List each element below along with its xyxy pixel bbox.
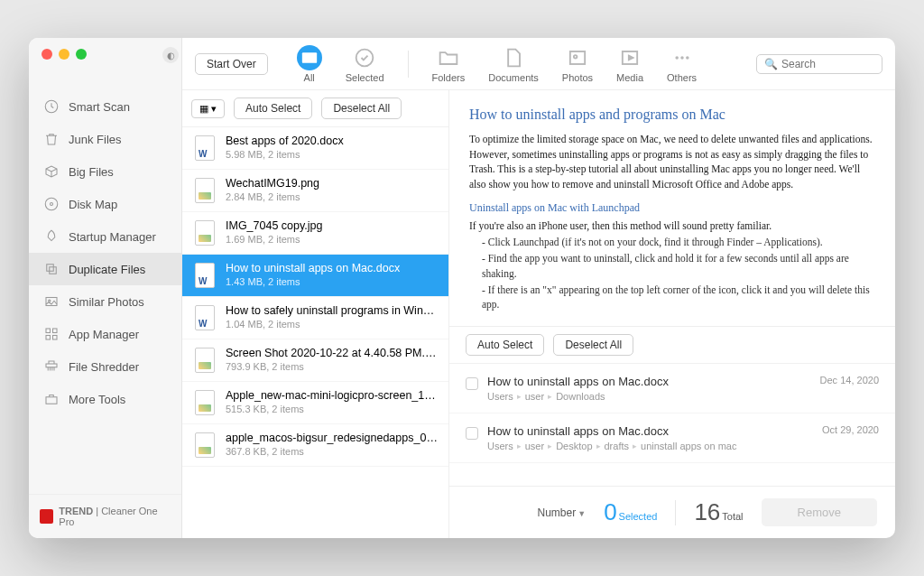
duplicate-list[interactable]: How to uninstall apps on Mac.docxUsers▸u… [449, 364, 895, 486]
sidebar-item-big-files[interactable]: Big Files [29, 155, 181, 188]
chevron-right-icon: ▸ [633, 441, 637, 451]
filter-label: Documents [488, 72, 539, 83]
file-title: Best apps of 2020.docx [226, 135, 438, 147]
brand-text: TREND | Cleaner One Pro [59, 506, 171, 527]
duplicate-title: How to uninstall apps on Mac.docx [487, 424, 813, 438]
file-subtitle: 2.84 MB, 2 items [226, 191, 438, 202]
duplicate-checkbox[interactable] [466, 427, 478, 440]
list-item[interactable]: How to safely uninstall programs in Wind… [182, 297, 448, 339]
remove-button[interactable]: Remove [762, 498, 877, 526]
filter-tabs: AllSelectedFoldersDocumentsPhotosMediaOt… [297, 45, 697, 83]
list-item[interactable]: apple_macos-bigsur_redesignedapps_0622…3… [182, 424, 448, 467]
filter-label: Media [616, 72, 643, 83]
chevron-right-icon: ▸ [596, 441, 601, 451]
preview-bullet: - If there is an "x" appearing on the to… [482, 283, 875, 311]
filter-others[interactable]: Others [667, 45, 697, 83]
file-type-icon [193, 304, 217, 331]
file-list[interactable]: Best apps of 2020.docx5.98 MB, 2 itemsWe… [182, 127, 448, 538]
sidebar-item-startup-manager[interactable]: Startup Manager [29, 220, 181, 253]
svg-rect-13 [302, 52, 317, 63]
search-icon: 🔍 [764, 58, 778, 70]
maximize-window-button[interactable] [76, 49, 87, 60]
svg-point-19 [680, 56, 684, 60]
filter-all[interactable]: All [297, 45, 322, 83]
filter-label: Others [667, 72, 697, 83]
chevron-right-icon: ▸ [517, 392, 522, 401]
filter-media[interactable]: Media [616, 45, 643, 83]
sidebar-item-label: Junk Files [69, 133, 122, 146]
sidebar: ◐ Smart ScanJunk FilesBig FilesDisk MapS… [29, 38, 182, 538]
sidebar-item-disk-map[interactable]: Disk Map [29, 188, 181, 220]
sidebar-item-label: Duplicate Files [69, 263, 145, 276]
file-title: How to safely uninstall programs in Wind… [226, 304, 438, 317]
svg-point-1 [45, 198, 58, 210]
svg-rect-9 [46, 336, 51, 340]
list-item[interactable]: IMG_7045 copy.jpg1.69 MB, 2 items [182, 212, 448, 255]
duplicate-date: Dec 14, 2020 [820, 375, 879, 386]
list-actions: ▦ ▾ Auto Select Deselect All [182, 90, 448, 127]
preview-bullets: - Click Launchpad (if it's not on your d… [469, 235, 875, 311]
sidebar-item-label: Similar Photos [69, 295, 144, 309]
file-subtitle: 367.8 KB, 2 items [226, 446, 438, 457]
apps-icon [43, 326, 60, 342]
app-logo-icon: ◐ [162, 47, 179, 63]
file-subtitle: 5.98 MB, 2 items [226, 149, 438, 160]
start-over-button[interactable]: Start Over [195, 53, 268, 75]
file-title: Apple_new-mac-mini-logicpro-screen_11102… [226, 389, 438, 402]
svg-point-18 [675, 56, 679, 60]
sidebar-item-app-manager[interactable]: App Manager [29, 318, 181, 350]
filter-label: All [304, 72, 315, 83]
search-input[interactable] [781, 58, 874, 70]
minimize-window-button[interactable] [59, 49, 69, 60]
list-item[interactable]: How to uninstall apps on Mac.docx1.43 MB… [182, 255, 448, 297]
svg-rect-12 [46, 397, 57, 404]
clock-icon [43, 98, 60, 115]
search-box[interactable]: 🔍 [756, 54, 882, 74]
auto-select-button[interactable]: Auto Select [234, 98, 312, 119]
list-item[interactable]: WechatIMG19.png2.84 MB, 2 items [182, 170, 448, 212]
file-subtitle: 1.43 MB, 2 items [226, 276, 438, 287]
trend-logo-icon [40, 509, 53, 524]
dup-auto-select-button[interactable]: Auto Select [466, 334, 544, 356]
duplicate-title: How to uninstall apps on Mac.docx [487, 375, 811, 388]
list-item[interactable]: Screen Shot 2020-10-22 at 4.40.58 PM.png… [182, 339, 448, 382]
sidebar-item-duplicate-files[interactable]: Duplicate Files [29, 253, 181, 285]
svg-rect-11 [46, 364, 57, 367]
sidebar-item-smart-scan[interactable]: Smart Scan [29, 90, 181, 123]
list-item[interactable]: Apple_new-mac-mini-logicpro-screen_11102… [182, 382, 448, 424]
chevron-right-icon: ▸ [548, 392, 552, 401]
duplicate-path: Users▸user▸Downloads [487, 391, 811, 402]
file-type-icon [193, 262, 217, 289]
filter-documents[interactable]: Documents [488, 45, 539, 83]
sidebar-item-similar-photos[interactable]: Similar Photos [29, 285, 181, 318]
duplicate-checkbox[interactable] [466, 377, 478, 390]
toolbar: Start Over AllSelectedFoldersDocumentsPh… [182, 38, 895, 90]
view-mode-button[interactable]: ▦ ▾ [191, 99, 225, 118]
filter-photos[interactable]: Photos [562, 45, 593, 83]
svg-rect-7 [46, 329, 51, 333]
sidebar-item-junk-files[interactable]: Junk Files [29, 123, 181, 155]
filter-folders[interactable]: Folders [432, 45, 466, 83]
file-title: How to uninstall apps on Mac.docx [226, 262, 438, 274]
duplicate-date: Oct 29, 2020 [822, 424, 879, 435]
list-item[interactable]: Best apps of 2020.docx5.98 MB, 2 items [182, 127, 448, 170]
sidebar-item-more-tools[interactable]: More Tools [29, 383, 181, 415]
preview-column: How to uninstall apps and programs on Ma… [449, 90, 895, 538]
sidebar-item-file-shredder[interactable]: File Shredder [29, 350, 181, 383]
svg-rect-3 [47, 265, 54, 272]
filter-selected[interactable]: Selected [346, 45, 384, 83]
footer: Number▼ 0Selected 16Total Remove [449, 486, 895, 538]
file-subtitle: 1.04 MB, 2 items [226, 319, 438, 330]
number-dropdown[interactable]: Number▼ [538, 506, 587, 519]
documents-icon [501, 45, 526, 70]
file-type-icon [193, 432, 217, 459]
duplicate-path: Users▸user▸Desktop▸drafts▸uninstall apps… [487, 441, 813, 451]
dup-deselect-all-button[interactable]: Deselect All [553, 334, 633, 356]
file-title: apple_macos-bigsur_redesignedapps_0622… [226, 432, 438, 444]
photos-icon [565, 45, 590, 70]
filter-label: Photos [562, 72, 593, 83]
sidebar-item-label: Startup Manager [69, 230, 156, 244]
close-window-button[interactable] [42, 49, 52, 60]
deselect-all-button[interactable]: Deselect All [321, 98, 402, 119]
sidebar-item-label: More Tools [69, 393, 125, 406]
